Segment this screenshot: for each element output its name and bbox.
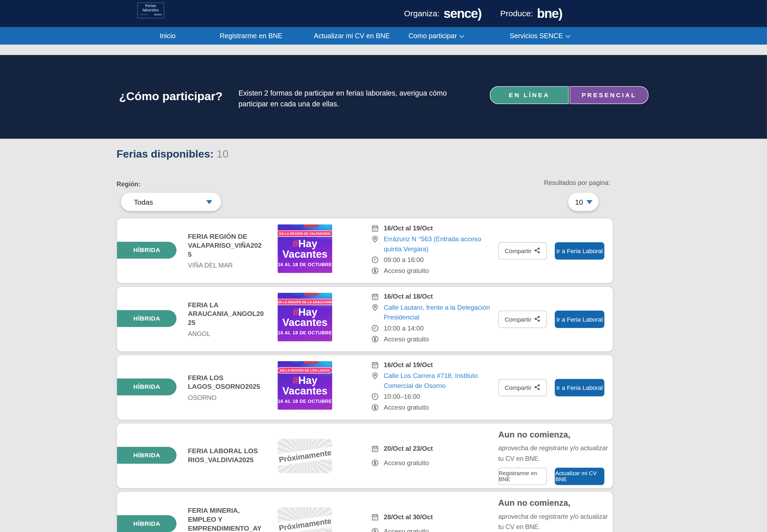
nav-item-inicio[interactable]: Inicio xyxy=(160,27,175,45)
nav-item-actualizar-cv[interactable]: Actualizar mi CV en BNE xyxy=(314,27,390,45)
chevron-down-icon xyxy=(566,33,571,38)
dropdown-arrow-icon xyxy=(587,200,593,204)
ir-a-feria-button[interactable]: Ir a Feria Laboral xyxy=(555,311,605,328)
feria-access: Acceso gratuito xyxy=(384,526,429,532)
feria-title: FERIA MINERIA, EMPLEO Y EMPRENDIMIENTO_A… xyxy=(188,507,265,532)
feria-date: 16/Oct al 19/Oct xyxy=(384,223,433,233)
share-icon xyxy=(534,384,541,391)
hashtag: # xyxy=(292,238,298,249)
location-pin-icon xyxy=(371,304,379,312)
not-started-notice: Aun no comienza, aprovecha de registrart… xyxy=(498,430,610,485)
feria-city: ANGOL xyxy=(188,330,265,337)
feria-card: HÍBRIDA FERIA REGIÓN DE VALAPARISO_VIÑA2… xyxy=(116,218,613,283)
produce-label: Produce: xyxy=(500,9,533,18)
feria-date: 28/Oct al 30/Oct xyxy=(384,512,433,522)
logo-brand: sence xyxy=(140,13,162,16)
notice-title: Aun no comienza, xyxy=(498,430,610,440)
organizer-strip: Organiza: sence Produce: bne xyxy=(404,0,562,27)
per-page-label: Resultados por pagina: xyxy=(544,179,610,186)
hero-description: Existen 2 formas de participar en ferias… xyxy=(238,88,466,110)
location-pin-icon xyxy=(371,235,379,243)
feria-card: HÍBRIDA FERIA LA ARAUCANIA_ANGOL2025 ANG… xyxy=(116,286,613,352)
clock-icon xyxy=(371,256,379,264)
dollar-icon xyxy=(371,404,379,412)
sence-logo: sence xyxy=(444,6,482,21)
poster-dates: 16 AL 18 DE OCTUBRE xyxy=(278,399,332,404)
region-label: Región: xyxy=(116,180,141,188)
proximamente-label: Próximamente xyxy=(278,446,332,467)
nav-item-como-participar[interactable]: Como participar xyxy=(409,27,464,45)
feria-date: 16/Oct al 19/Oct xyxy=(384,360,433,370)
calendar-icon xyxy=(371,293,379,301)
feria-title: FERIA LABORAL LOS RIOS_VALDIVIA2025 xyxy=(188,447,265,465)
dollar-icon xyxy=(371,335,379,343)
poster-dates: 16 AL 18 DE OCTUBRE xyxy=(278,331,332,335)
presencial-button[interactable]: PRESENCIAL xyxy=(570,86,649,104)
feria-access: Acceso gratuito xyxy=(384,334,429,344)
calendar-icon xyxy=(371,513,379,521)
poster-region-tag: EN LA REGIÓN DE LA ARAUCANÍA xyxy=(278,299,332,305)
calendar-icon xyxy=(371,224,379,232)
chevron-down-icon xyxy=(460,33,465,38)
calendar-icon xyxy=(371,445,379,452)
dropdown-arrow-icon xyxy=(206,200,212,204)
nav-item-servicios-sence[interactable]: Servicios SENCE xyxy=(510,27,570,45)
proximamente-label: Próximamente xyxy=(278,514,332,532)
hashtag: # xyxy=(292,306,298,318)
region-select[interactable]: Todas xyxy=(121,193,221,211)
notice-text: aprovecha de registrarte y/o actualizar … xyxy=(498,443,610,464)
feria-city: OSORNO xyxy=(188,394,265,401)
actualizar-cv-bne-button[interactable]: Actualizar mi CV BNE xyxy=(555,468,605,485)
ir-a-feria-button[interactable]: Ir a Feria Laboral xyxy=(555,242,605,260)
share-icon xyxy=(534,315,541,323)
calendar-icon xyxy=(371,361,379,369)
feria-location-link[interactable]: Calle Lautaro, frente a la Delegación Pr… xyxy=(384,303,493,322)
chile-flag-strip xyxy=(292,293,318,295)
main-nav: Inicio Registrarme en BNE Actualizar mi … xyxy=(0,27,767,45)
feria-time: 10:00–16:00 xyxy=(384,392,420,402)
registrarme-bne-button[interactable]: Registrarme en BNE xyxy=(498,468,547,485)
feria-card: HÍBRIDA FERIA LABORAL LOS RIOS_VALDIVIA2… xyxy=(116,423,613,489)
feria-title: FERIA LOS LAGOS_OSORNO2025 xyxy=(188,374,265,391)
ferias-laborales-logo: Ferias laborales sence xyxy=(137,2,164,18)
ir-a-feria-button[interactable]: Ir a Feria Laboral xyxy=(555,379,605,396)
poster-region-tag: EN LA REGIÓN DE LOS LAGOS xyxy=(278,367,332,374)
clock-icon xyxy=(371,393,379,401)
feria-location-link[interactable]: Calle Los Carrera #718, Instituto Comerc… xyxy=(384,371,493,391)
hero-section: ¿Cómo participar? Existen 2 formas de pa… xyxy=(0,55,767,139)
logo-line2: laborales xyxy=(140,8,162,12)
en-linea-button[interactable]: EN LÍNEA xyxy=(490,86,569,104)
per-page-select[interactable]: 10 xyxy=(568,193,599,211)
poster-region-tag: EN LA REGIÓN DE VALPARAÍSO xyxy=(278,230,332,237)
clock-icon xyxy=(371,325,379,332)
modality-badge: HÍBRIDA xyxy=(117,378,177,395)
organiza-label: Organiza: xyxy=(404,9,440,18)
nav-item-registrarme[interactable]: Registrarme en BNE xyxy=(220,27,282,45)
page: Ferias laborales sence Organiza: sence P… xyxy=(0,0,767,532)
compartir-button[interactable]: Compartir xyxy=(498,311,547,328)
feria-date: 16/Oct al 18/Oct xyxy=(384,292,433,302)
ferias-count: 10 xyxy=(217,148,229,160)
bne-logo: bne xyxy=(537,6,562,21)
feria-access: Acceso gratuito xyxy=(384,458,429,468)
modality-badge: HÍBRIDA xyxy=(117,447,177,464)
feria-title: FERIA REGIÓN DE VALAPARISO_VIÑA2025 xyxy=(188,233,265,259)
compartir-button[interactable]: Compartir xyxy=(498,242,547,260)
compartir-button[interactable]: Compartir xyxy=(498,379,547,396)
feria-access: Acceso gratuito xyxy=(384,266,429,276)
share-icon xyxy=(534,247,541,255)
feria-card: HÍBRIDA FERIA LOS LAGOS_OSORNO2025 OSORN… xyxy=(116,355,613,420)
location-pin-icon xyxy=(371,372,379,380)
feria-time: 09:00 a 16:00 xyxy=(384,255,424,265)
feria-location-link[interactable]: Errázuriz N °563 (Entrada acceso quinta … xyxy=(384,234,493,254)
hashtag: # xyxy=(292,374,298,386)
dollar-icon xyxy=(371,527,379,532)
modality-badge: HÍBRIDA xyxy=(117,310,177,327)
feria-title: FERIA LA ARAUCANIA_ANGOL2025 xyxy=(188,301,265,327)
feria-poster: EN LA REGIÓN DE LA ARAUCANÍA #Hay Vacant… xyxy=(278,293,332,341)
chile-flag-strip xyxy=(292,361,318,364)
feria-poster: EN LA REGIÓN DE LOS LAGOS #Hay Vacantes … xyxy=(278,361,332,410)
poster-dates: 16 AL 18 DE OCTUBRE xyxy=(278,262,332,267)
proximamente-poster: Próximamente xyxy=(278,439,332,473)
chile-flag-strip xyxy=(292,224,318,227)
